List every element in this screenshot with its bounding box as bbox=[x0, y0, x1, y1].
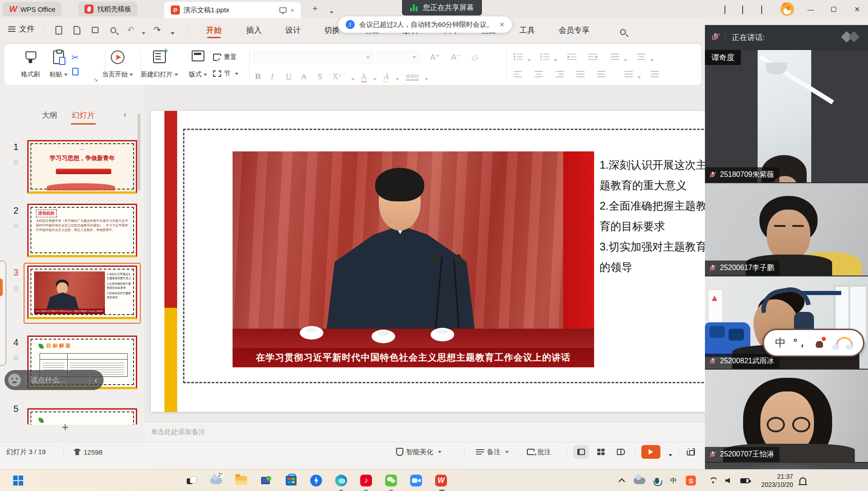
tab-design[interactable]: 设计 bbox=[283, 23, 303, 37]
microphone-tray-icon[interactable] bbox=[650, 473, 663, 488]
comment-button[interactable]: 批注 bbox=[527, 446, 551, 457]
add-slide-button[interactable]: + bbox=[62, 420, 69, 434]
export-icon[interactable] bbox=[71, 25, 83, 35]
edge-button[interactable] bbox=[334, 473, 348, 488]
rainbow-weather-icon[interactable] bbox=[833, 337, 852, 349]
reading-view-button[interactable] bbox=[613, 445, 629, 459]
text-shadow-button[interactable]: S bbox=[317, 72, 322, 81]
align-justify-icon[interactable] bbox=[576, 70, 585, 78]
tray-expand-button[interactable] bbox=[617, 473, 629, 488]
normal-view-button[interactable] bbox=[573, 445, 589, 459]
font-color-button[interactable]: A bbox=[361, 72, 367, 82]
my-computer-button[interactable] bbox=[259, 473, 273, 488]
tab-insert[interactable]: 插入 bbox=[243, 23, 264, 37]
muted-mic-icon[interactable] bbox=[711, 33, 719, 42]
chat-input[interactable]: 说点什么... bbox=[30, 376, 85, 385]
phonetic-caret-icon[interactable] bbox=[423, 75, 428, 83]
columns-icon[interactable] bbox=[637, 53, 645, 60]
new-slide-button[interactable]: 新建幻灯片 bbox=[136, 49, 183, 81]
wps-button[interactable]: W bbox=[434, 473, 448, 488]
numbered-caret-icon[interactable] bbox=[552, 56, 557, 64]
volume-tray-icon[interactable] bbox=[722, 473, 735, 488]
ms-store-button[interactable] bbox=[284, 473, 298, 488]
tab-tools[interactable]: 工具 bbox=[517, 23, 538, 37]
superscript-button[interactable]: X² bbox=[333, 72, 341, 81]
gift-box-icon[interactable] bbox=[761, 6, 762, 14]
meeting-dock-handle[interactable] bbox=[0, 261, 6, 366]
onedrive-tray-icon[interactable] bbox=[632, 473, 647, 488]
italic-button[interactable]: I bbox=[270, 72, 273, 81]
toolbar-caret-icon[interactable] bbox=[169, 29, 174, 37]
font-color-caret-icon[interactable] bbox=[371, 75, 377, 83]
restore-button[interactable] bbox=[828, 4, 839, 15]
share-screen-icon[interactable] bbox=[279, 7, 287, 13]
tab-document[interactable]: P 演示文稿1.pptx × bbox=[164, 2, 301, 18]
wechat-button[interactable] bbox=[384, 473, 398, 488]
superscript-caret-icon[interactable] bbox=[349, 75, 355, 83]
play-caret-icon[interactable] bbox=[667, 451, 672, 458]
star-icon[interactable]: ☆ bbox=[11, 284, 21, 293]
tab-list-caret-icon[interactable] bbox=[328, 8, 333, 16]
beautify-button[interactable]: 智能美化 bbox=[396, 446, 441, 457]
ime-skin-icon[interactable] bbox=[815, 338, 826, 348]
screen-share-banner[interactable]: 您正在共享屏幕 bbox=[402, 0, 482, 15]
align-distribute-icon[interactable] bbox=[597, 70, 605, 78]
notes-button[interactable]: 备注 bbox=[476, 446, 509, 457]
paragraph-settings-icon[interactable] bbox=[651, 70, 659, 78]
clear-format-icon[interactable]: ◇ bbox=[470, 52, 480, 62]
star-icon[interactable]: ☆ bbox=[11, 157, 21, 167]
decrease-indent-icon[interactable] bbox=[567, 53, 576, 60]
ime-mode-tray[interactable]: 中 bbox=[667, 473, 680, 488]
bullet-caret-icon[interactable] bbox=[526, 56, 531, 64]
slideshow-play-button[interactable] bbox=[641, 445, 660, 459]
emoji-icon[interactable] bbox=[8, 374, 21, 386]
fullscreen-button[interactable] bbox=[683, 445, 699, 459]
banner-close-icon[interactable]: × bbox=[500, 20, 505, 30]
netease-music-button[interactable]: ♪ bbox=[359, 473, 373, 488]
tab-docer[interactable]: 找稻壳模板 bbox=[78, 2, 138, 16]
minimize-button[interactable]: — bbox=[805, 4, 817, 15]
line-spacing-caret-icon[interactable] bbox=[635, 73, 641, 81]
sogou-tray-icon[interactable]: S bbox=[684, 473, 698, 488]
section-button[interactable]: 节 bbox=[213, 70, 238, 78]
clock[interactable]: 21:37 2023/10/20 bbox=[754, 472, 793, 489]
tencent-meeting-button[interactable] bbox=[409, 473, 423, 488]
undo-icon[interactable]: ↶ bbox=[127, 25, 134, 35]
task-view-button[interactable] bbox=[184, 473, 198, 488]
bold-button[interactable]: B bbox=[255, 72, 261, 81]
file-explorer-button[interactable] bbox=[234, 473, 248, 488]
slide-sorter-button[interactable] bbox=[593, 445, 609, 459]
increase-indent-icon[interactable] bbox=[588, 53, 597, 60]
ime-language-indicator[interactable]: 中 bbox=[775, 336, 786, 350]
font-name-select[interactable] bbox=[253, 50, 374, 63]
star-icon[interactable]: ☆ bbox=[11, 353, 21, 362]
slide-thumbnail-1[interactable]: ▪▪▪▪▪▪ 学习习思想，争做新青年 bbox=[27, 140, 137, 194]
save-icon[interactable] bbox=[53, 25, 64, 35]
copy-button[interactable] bbox=[72, 68, 79, 75]
panel-collapse-icon[interactable]: ‹ bbox=[124, 109, 127, 120]
user-avatar[interactable] bbox=[780, 2, 794, 16]
slide-thumbnail-3[interactable]: 在学习贯彻习近平新时代中国特色社会主义思想主题教育工作会议上的讲话 1.深刻认识… bbox=[27, 266, 137, 319]
play-from-current-button[interactable]: 当页开始 bbox=[95, 49, 140, 81]
numbered-list-icon[interactable] bbox=[540, 53, 549, 60]
underline-button[interactable]: U bbox=[286, 72, 292, 81]
notification-bell[interactable] bbox=[796, 473, 809, 488]
tab-close-icon[interactable]: × bbox=[290, 6, 294, 14]
highlight-button[interactable]: A bbox=[382, 72, 390, 82]
wifi-tray-icon[interactable] bbox=[707, 473, 719, 488]
line-spacing-icon[interactable] bbox=[625, 70, 633, 78]
slide-thumbnail-2[interactable]: 活动目的 为响应共青团中央《关于面向广大团员和青年开展学习贯彻习近平新时代中国特… bbox=[27, 204, 137, 257]
slide-text-box[interactable]: 1.深刻认识开展这次主题教育的重大意义 2.全面准确把握主题教育的目标要求 3.… bbox=[600, 155, 709, 277]
highlight-caret-icon[interactable] bbox=[394, 75, 399, 83]
start-button[interactable] bbox=[11, 473, 25, 488]
skin-counter[interactable]: 12598 bbox=[74, 446, 103, 457]
decrease-font-icon[interactable]: A⁻ bbox=[451, 52, 461, 62]
side-panel-icon[interactable] bbox=[724, 6, 725, 14]
tab-member[interactable]: 会员专享 bbox=[556, 23, 592, 37]
tab-wps-home[interactable]: W WPS Office bbox=[3, 2, 62, 16]
phonetic-guide-button[interactable]: wén bbox=[406, 72, 419, 80]
strikethrough-button[interactable]: A bbox=[301, 72, 307, 81]
increase-font-icon[interactable]: A⁺ bbox=[430, 52, 440, 62]
align-right-icon[interactable] bbox=[556, 70, 564, 78]
file-menu-button[interactable]: 文件 bbox=[8, 24, 35, 34]
